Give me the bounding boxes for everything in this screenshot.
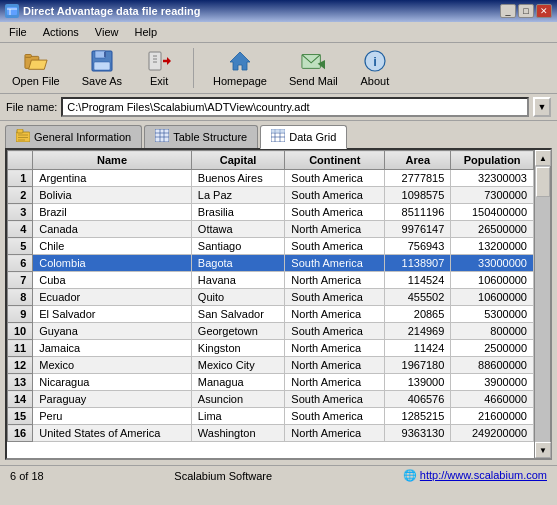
maximize-btn[interactable]: □ [518, 4, 534, 18]
row-area-cell: 455502 [385, 289, 451, 306]
table-row[interactable]: 5 Chile Santiago South America 756943 13… [8, 238, 534, 255]
svg-rect-8 [94, 62, 110, 70]
row-population-cell: 33000000 [451, 255, 534, 272]
col-header-name[interactable]: Name [33, 151, 192, 170]
col-header-capital[interactable]: Capital [191, 151, 285, 170]
row-area-cell: 2777815 [385, 170, 451, 187]
tab-structure-label: Table Structure [173, 131, 247, 143]
send-mail-button[interactable]: Send Mail [282, 46, 345, 90]
save-as-button[interactable]: Save As [75, 46, 129, 90]
filename-bar: File name: ▼ [0, 94, 557, 121]
table-row[interactable]: 16 United States of America Washington N… [8, 425, 534, 442]
row-continent-cell: South America [285, 170, 385, 187]
row-num-cell: 11 [8, 340, 33, 357]
row-capital-cell: Ottawa [191, 221, 285, 238]
table-row[interactable]: 4 Canada Ottawa North America 9976147 26… [8, 221, 534, 238]
table-row[interactable]: 10 Guyana Georgetown South America 21496… [8, 323, 534, 340]
row-capital-cell: Brasilia [191, 204, 285, 221]
row-num-cell: 5 [8, 238, 33, 255]
minimize-btn[interactable]: _ [500, 4, 516, 18]
table-row[interactable]: 2 Bolivia La Paz South America 1098575 7… [8, 187, 534, 204]
row-area-cell: 214969 [385, 323, 451, 340]
row-population-cell: 10600000 [451, 272, 534, 289]
row-num-cell: 16 [8, 425, 33, 442]
row-area-cell: 139000 [385, 374, 451, 391]
row-capital-cell: Kingston [191, 340, 285, 357]
general-tab-icon [16, 129, 30, 144]
table-row[interactable]: 8 Ecuador Quito South America 455502 106… [8, 289, 534, 306]
about-button[interactable]: i About [353, 46, 397, 90]
about-icon: i [363, 49, 387, 73]
row-area-cell: 1138907 [385, 255, 451, 272]
row-area-cell: 9363130 [385, 425, 451, 442]
close-btn[interactable]: ✕ [536, 4, 552, 18]
table-row[interactable]: 15 Peru Lima South America 1285215 21600… [8, 408, 534, 425]
row-capital-cell: Buenos Aires [191, 170, 285, 187]
row-population-cell: 3900000 [451, 374, 534, 391]
homepage-button[interactable]: Homepage [206, 46, 274, 90]
col-header-population[interactable]: Population [451, 151, 534, 170]
scroll-down-btn[interactable]: ▼ [535, 442, 551, 458]
menu-actions[interactable]: Actions [39, 24, 83, 40]
table-row[interactable]: 6 Colombia Bagota South America 1138907 … [8, 255, 534, 272]
row-num-cell: 12 [8, 357, 33, 374]
main-content-area: Name Capital Continent Area Population 1… [5, 148, 552, 460]
table-row[interactable]: 12 Mexico Mexico City North America 1967… [8, 357, 534, 374]
row-num-cell: 15 [8, 408, 33, 425]
row-population-cell: 10600000 [451, 289, 534, 306]
filename-input[interactable] [61, 97, 529, 117]
col-header-area[interactable]: Area [385, 151, 451, 170]
row-population-cell: 5300000 [451, 306, 534, 323]
link-text[interactable]: http://www.scalabium.com [420, 469, 547, 481]
save-as-icon [90, 49, 114, 73]
col-header-continent[interactable]: Continent [285, 151, 385, 170]
row-population-cell: 21600000 [451, 408, 534, 425]
open-file-button[interactable]: Open File [5, 46, 67, 90]
row-capital-cell: Quito [191, 289, 285, 306]
row-num-cell: 13 [8, 374, 33, 391]
row-name-cell: Brazil [33, 204, 192, 221]
table-row[interactable]: 11 Jamaica Kingston North America 11424 … [8, 340, 534, 357]
row-name-cell: Bolivia [33, 187, 192, 204]
app-icon [5, 4, 19, 18]
menu-view[interactable]: View [91, 24, 123, 40]
row-population-cell: 7300000 [451, 187, 534, 204]
svg-rect-22 [17, 129, 23, 133]
tab-datagrid[interactable]: Data Grid [260, 125, 347, 149]
row-continent-cell: South America [285, 323, 385, 340]
row-name-cell: Chile [33, 238, 192, 255]
scroll-thumb[interactable] [536, 167, 550, 197]
svg-rect-21 [16, 132, 30, 142]
open-file-label: Open File [12, 75, 60, 87]
row-num-cell: 6 [8, 255, 33, 272]
save-as-label: Save As [82, 75, 122, 87]
menu-file[interactable]: File [5, 24, 31, 40]
scroll-up-btn[interactable]: ▲ [535, 150, 551, 166]
svg-rect-26 [155, 129, 169, 142]
filename-dropdown-arrow[interactable]: ▼ [533, 97, 551, 117]
table-row[interactable]: 13 Nicaragua Managua North America 13900… [8, 374, 534, 391]
table-row[interactable]: 7 Cuba Havana North America 114524 10600… [8, 272, 534, 289]
table-row[interactable]: 1 Argentina Buenos Aires South America 2… [8, 170, 534, 187]
grid-scrollbar[interactable]: ▲ ▼ [534, 150, 550, 458]
table-row[interactable]: 3 Brazil Brasilia South America 8511196 … [8, 204, 534, 221]
row-population-cell: 88600000 [451, 357, 534, 374]
table-row[interactable]: 14 Paraguay Asuncion South America 40657… [8, 391, 534, 408]
svg-rect-0 [7, 7, 17, 15]
menu-help[interactable]: Help [130, 24, 161, 40]
row-name-cell: Paraguay [33, 391, 192, 408]
table-row[interactable]: 9 El Salvador San Salvador North America… [8, 306, 534, 323]
row-name-cell: Nicaragua [33, 374, 192, 391]
tab-general[interactable]: General Information [5, 125, 142, 148]
exit-button[interactable]: Exit [137, 46, 181, 90]
website-link[interactable]: 🌐 http://www.scalabium.com [403, 469, 547, 482]
row-continent-cell: North America [285, 272, 385, 289]
window-title: Direct Advantage data file reading [23, 5, 200, 17]
row-continent-cell: North America [285, 425, 385, 442]
row-area-cell: 114524 [385, 272, 451, 289]
svg-rect-10 [149, 52, 161, 70]
tab-structure[interactable]: Table Structure [144, 125, 258, 148]
row-continent-cell: South America [285, 204, 385, 221]
scroll-track [535, 166, 550, 442]
row-continent-cell: North America [285, 374, 385, 391]
